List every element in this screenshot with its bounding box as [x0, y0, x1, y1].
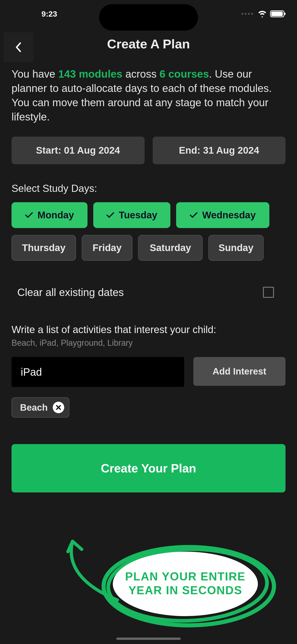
day-label: Sunday	[218, 242, 254, 253]
day-label: Friday	[92, 242, 122, 253]
day-toggle-tuesday[interactable]: Tuesday	[93, 202, 170, 228]
clear-dates-label: Clear all existing dates	[17, 286, 124, 298]
day-toggle-sunday[interactable]: Sunday	[208, 235, 264, 261]
status-time: 9:23	[42, 10, 57, 18]
day-toggle-saturday[interactable]: Saturday	[138, 235, 202, 261]
svg-point-1	[107, 546, 268, 624]
day-toggle-wednesday[interactable]: Wednesday	[176, 202, 269, 228]
wifi-icon	[258, 10, 267, 17]
svg-text:PLAN YOUR ENTIRE: PLAN YOUR ENTIRE	[125, 570, 246, 583]
status-right	[242, 10, 284, 17]
chip-remove-button[interactable]	[53, 402, 64, 413]
day-toggle-monday[interactable]: Monday	[12, 202, 88, 228]
study-days-label: Select Study Days:	[12, 183, 286, 194]
day-label: Monday	[38, 210, 74, 221]
cellular-dots-icon	[242, 13, 253, 15]
activities-hint: Beach, iPad, Playground, Library	[12, 338, 286, 348]
home-indicator	[116, 638, 181, 640]
clear-dates-checkbox[interactable]	[263, 287, 274, 298]
add-interest-button[interactable]: Add Interest	[194, 357, 286, 386]
day-toggle-friday[interactable]: Friday	[82, 235, 132, 261]
svg-point-2	[113, 552, 258, 616]
day-toggle-thursday[interactable]: Thursday	[12, 235, 76, 261]
svg-point-0	[104, 547, 274, 625]
check-icon	[25, 212, 33, 218]
study-days-group: Monday Tuesday Wednesday Thursday Friday	[12, 202, 286, 261]
intro-prefix: You have	[12, 68, 58, 80]
courses-count: 6 courses	[160, 68, 209, 80]
interest-chip-row: Beach	[12, 397, 286, 418]
end-date-button[interactable]: End: 31 Aug 2024	[153, 136, 286, 164]
modules-count: 143 modules	[58, 68, 122, 80]
chevron-left-icon	[15, 42, 22, 52]
check-icon	[106, 212, 114, 218]
clear-dates-row: Clear all existing dates	[12, 286, 286, 298]
svg-text:YEAR IN SECONDS: YEAR IN SECONDS	[128, 584, 242, 597]
intro-mid1: across	[122, 68, 160, 80]
interest-chip: Beach	[12, 397, 69, 418]
start-date-button[interactable]: Start: 01 Aug 2024	[12, 136, 144, 164]
intro-text: You have 143 modules across 6 courses. U…	[12, 67, 286, 124]
notch	[99, 4, 198, 31]
battery-icon	[270, 10, 284, 17]
day-label: Wednesday	[202, 210, 256, 221]
status-bar: 9:23	[0, 0, 297, 28]
activities-label: Write a list of activities that interest…	[12, 324, 286, 335]
create-plan-button[interactable]: Create Your Plan	[12, 444, 286, 492]
close-icon	[56, 404, 62, 410]
day-label: Tuesday	[119, 210, 157, 221]
chip-label: Beach	[20, 402, 48, 413]
interest-input[interactable]	[12, 357, 184, 387]
check-icon	[190, 212, 198, 218]
day-label: Saturday	[150, 242, 191, 253]
header: Create A Plan	[0, 28, 297, 60]
promo-annotation: PLAN YOUR ENTIRE YEAR IN SECONDS	[60, 532, 286, 631]
back-button[interactable]	[4, 32, 34, 62]
day-label: Thursday	[22, 242, 66, 253]
page-title: Create A Plan	[107, 36, 190, 51]
